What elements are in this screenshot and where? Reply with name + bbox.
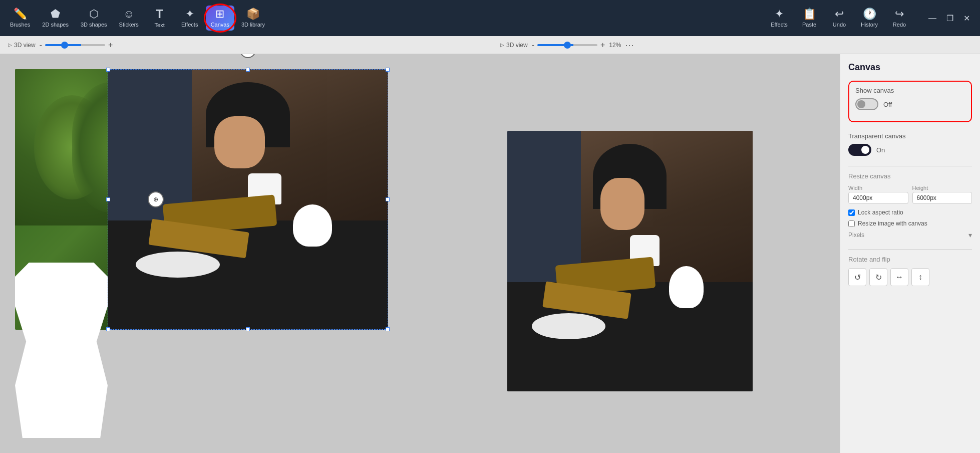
left-canvas[interactable]: ↻ ⊕ [0, 54, 420, 453]
width-field: Width [848, 185, 908, 204]
rotate-flip-label: Rotate and flip [848, 256, 972, 263]
left-zoom-minus[interactable]: - [40, 41, 42, 49]
right-zoom-slider[interactable] [537, 44, 597, 46]
left-zoom-slider[interactable] [45, 44, 105, 46]
flip-horizontal-icon: ↔ [895, 273, 903, 282]
height-label: Height [912, 185, 972, 191]
tool-label-brushes: Brushes [10, 22, 30, 28]
lock-aspect-label[interactable]: Lock aspect ratio [858, 209, 903, 216]
tool-brushes[interactable]: ✏️ Brushes [5, 6, 35, 31]
tool-stickers[interactable]: ☺ Stickers [114, 6, 144, 31]
right-view-section: ▷ 3D view - + 12% ⋯ [492, 40, 980, 51]
show-canvas-section: Show canvas Off [848, 81, 972, 122]
tool-paste[interactable]: 📋 Paste [795, 6, 823, 31]
scene-face-left [214, 116, 265, 168]
dimension-row: Width Height [848, 185, 972, 204]
show-canvas-thumb [857, 100, 865, 108]
toolbar-right: ✦ Effects 📋 Paste ↩ Undo 🕐 History ↪ Red… [765, 6, 913, 31]
3d-view-triangle-icon: ▷ [8, 42, 12, 48]
tool-label-3d: 3D shapes [81, 22, 107, 28]
tool-label-text: Text [155, 22, 165, 28]
tool-canvas[interactable]: ⊞ Canvas [206, 6, 234, 31]
toolbar-divider [490, 40, 490, 50]
show-canvas-track [855, 98, 878, 110]
tool-redo[interactable]: ↪ Redo [885, 6, 913, 31]
width-input[interactable] [848, 192, 908, 204]
rotate-right-button[interactable]: ↻ [869, 268, 887, 286]
pixels-chevron[interactable]: ▾ [968, 231, 972, 239]
flip-horizontal-button[interactable]: ↔ [890, 268, 908, 286]
resize-image-label[interactable]: Resize image with canvas [858, 220, 927, 227]
right-3d-view-label[interactable]: ▷ 3D view [500, 42, 528, 49]
left-zoom-controls: - + [40, 41, 113, 49]
resize-image-checkbox[interactable] [848, 220, 855, 227]
right-zoom-plus[interactable]: + [600, 41, 605, 49]
rotate-handle[interactable]: ↻ [240, 54, 256, 58]
food-scene-right [507, 131, 753, 391]
maximize-button[interactable]: ❐ [941, 12, 958, 25]
tool-label-2d: 2D shapes [42, 22, 69, 28]
tool-undo[interactable]: ↩ Undo [825, 6, 853, 31]
zoom-percent-label: 12% [609, 42, 621, 49]
tool-3d-library[interactable]: 📦 3D library [236, 6, 270, 31]
main-content: ↻ ⊕ [0, 54, 980, 453]
tool-label-effects: Effects [181, 22, 198, 28]
scene-coffee-left [293, 204, 332, 246]
effects-right-icon: ✦ [775, 9, 784, 20]
redo-icon: ↪ [895, 9, 904, 20]
food-person-image-left [108, 69, 388, 330]
left-zoom-plus[interactable]: + [108, 41, 113, 49]
secondary-toolbar: ▷ 3D view - + ▷ 3D view - + 12% ⋯ [0, 36, 980, 54]
flip-vertical-button[interactable]: ↕ [911, 268, 929, 286]
left-view-section: ▷ 3D view - + [0, 41, 488, 49]
tool-effects[interactable]: ✦ Effects [176, 6, 204, 31]
window-controls: — ❐ ✕ [923, 12, 975, 25]
more-options-button[interactable]: ⋯ [625, 40, 634, 51]
left-3d-view-label[interactable]: ▷ 3D view [8, 42, 36, 49]
tool-effects-right[interactable]: ✦ Effects [765, 6, 793, 31]
flip-buttons-row: ↺ ↻ ↔ ↕ [848, 268, 972, 286]
right-canvas[interactable] [420, 54, 840, 453]
3d-shapes-icon: ⬡ [89, 9, 99, 20]
height-field: Height [912, 185, 972, 204]
tool-label-undo: Undo [833, 22, 846, 28]
rotate-left-button[interactable]: ↺ [848, 268, 866, 286]
right-zoom-minus[interactable]: - [532, 41, 534, 49]
tool-history[interactable]: 🕐 History [855, 6, 883, 31]
resize-image-row: Resize image with canvas [848, 220, 972, 227]
scene-coffee-right [669, 266, 704, 308]
tool-text[interactable]: T Text [146, 5, 174, 31]
panel-divider-1 [848, 166, 972, 166]
height-input[interactable] [912, 192, 972, 204]
tool-3d-shapes[interactable]: ⬡ 3D shapes [76, 6, 112, 31]
right-zoom-controls: - + [532, 41, 605, 49]
close-button[interactable]: ✕ [958, 12, 975, 25]
canvas-wrapper: ↻ ⊕ [0, 54, 840, 453]
brushes-icon: ✏️ [14, 9, 27, 20]
show-canvas-label: Show canvas [855, 87, 965, 94]
transparent-canvas-toggle[interactable] [848, 144, 871, 156]
undo-icon: ↩ [835, 9, 844, 20]
2d-shapes-icon: ⬟ [51, 9, 60, 20]
canvas-area[interactable]: ↻ ⊕ [0, 54, 840, 453]
top-toolbar: ✏️ Brushes ⬟ 2D shapes ⬡ 3D shapes ☺ Sti… [0, 0, 980, 36]
tool-label-redo: Redo [893, 22, 906, 28]
transparent-canvas-section: Transparent canvas On [848, 132, 972, 156]
tool-2d-shapes[interactable]: ⬟ 2D shapes [37, 6, 74, 31]
scene-plate-right [532, 313, 605, 339]
paste-icon: 📋 [803, 9, 816, 20]
3d-library-icon: 📦 [246, 9, 260, 20]
transparent-canvas-state: On [876, 146, 885, 154]
history-icon: 🕐 [863, 9, 876, 20]
rotate-flip-section: Rotate and flip ↺ ↻ ↔ ↕ [848, 256, 972, 286]
rotate-handle-icon: ↻ [245, 54, 251, 55]
minimize-button[interactable]: — [923, 12, 941, 25]
show-canvas-toggle[interactable] [855, 98, 878, 110]
transparent-canvas-label: Transparent canvas [848, 132, 972, 140]
food-scene-left [108, 69, 388, 330]
tool-label-paste: Paste [802, 22, 816, 28]
food-person-image-right [507, 131, 753, 391]
lock-aspect-checkbox[interactable] [848, 209, 855, 216]
left-3d-view-text: 3D view [14, 42, 36, 49]
rotate-right-icon: ↻ [875, 273, 882, 282]
